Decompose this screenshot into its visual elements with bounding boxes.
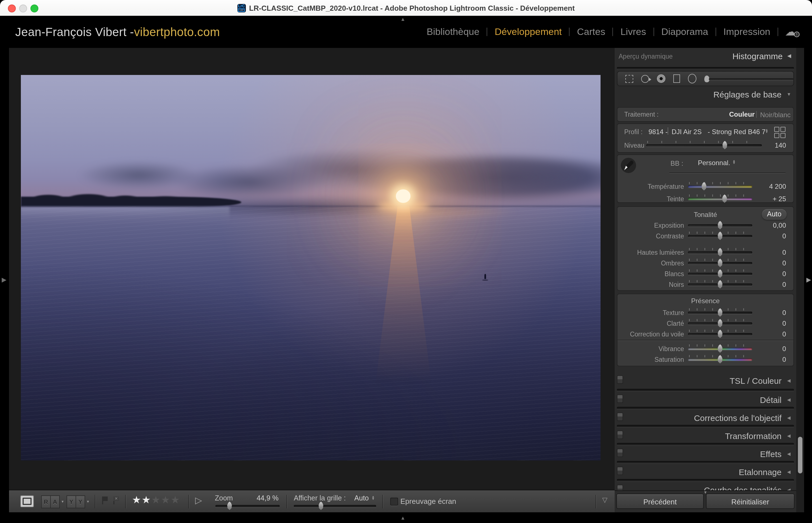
module-book[interactable]: Livres [621, 26, 646, 37]
grid-overlay-stepper-icon[interactable]: ▲▼ [372, 495, 375, 500]
right-panel-collapse-arrow[interactable]: ▶ [806, 277, 811, 282]
saturation-slider[interactable] [688, 358, 752, 361]
saturation-value[interactable]: 0 [752, 356, 792, 363]
toolbar-options-icon[interactable]: ▽ [602, 496, 607, 504]
exposure-slider[interactable] [688, 224, 752, 227]
contrast-value[interactable]: 0 [752, 232, 792, 240]
panel-header-detail[interactable]: Détail ◀ [615, 392, 796, 408]
slider-thumb[interactable] [717, 221, 723, 229]
dehaze-value[interactable]: 0 [752, 330, 792, 338]
blacks-slider[interactable] [688, 284, 752, 286]
highlights-slider[interactable] [688, 251, 752, 254]
tint-slider[interactable] [688, 198, 752, 200]
texture-value[interactable]: 0 [752, 309, 792, 317]
panel-expand-icon[interactable]: ◀ [787, 378, 791, 383]
panel-header-tone-curve[interactable]: Courbe des tonalités ◀ [615, 482, 796, 491]
white-balance-eyedropper-icon[interactable] [622, 158, 636, 173]
module-print[interactable]: Impression [723, 26, 770, 37]
auto-tone-button[interactable]: Auto [762, 209, 787, 220]
panel-expand-icon[interactable]: ◀ [787, 451, 791, 456]
left-panel-reveal-arrow[interactable]: ▶ [2, 277, 6, 282]
reset-button[interactable]: Réinitialiser [706, 494, 795, 509]
dehaze-slider[interactable] [688, 333, 752, 335]
pick-flag-icon[interactable] [102, 497, 109, 504]
vibrance-slider[interactable] [688, 348, 752, 350]
top-panel-collapse-arrow[interactable]: ▲ [400, 17, 405, 22]
exposure-value[interactable]: 0,00 [752, 221, 792, 229]
spot-removal-icon[interactable] [641, 75, 649, 83]
panel-toggle-switch[interactable] [617, 375, 623, 384]
reject-flag-icon[interactable]: ✕ [113, 497, 120, 504]
star-1[interactable]: ★ [132, 494, 141, 506]
grid-overlay-value[interactable]: Auto [346, 494, 369, 502]
wb-stepper-icon[interactable]: ▲▼ [732, 160, 736, 164]
crop-overlay-icon[interactable] [625, 75, 633, 83]
scrollbar-thumb[interactable] [798, 437, 802, 473]
radial-filter-icon[interactable] [688, 74, 696, 84]
zoom-slider-thumb[interactable] [226, 502, 233, 510]
highlights-value[interactable]: 0 [752, 249, 792, 256]
profile-number[interactable]: 9814 - [649, 128, 668, 136]
wb-value[interactable]: Personnal. [691, 159, 730, 167]
histogram-header[interactable]: Histogramme [732, 51, 783, 61]
panel-header-hsl[interactable]: TSL / Couleur ◀ [615, 373, 796, 388]
star-rating[interactable]: ★ ★ ★ ★ ★ [132, 494, 180, 506]
amount-value[interactable]: 140 [762, 142, 792, 149]
panel-expand-icon[interactable]: ◀ [787, 415, 791, 420]
tint-value[interactable]: + 25 [752, 195, 792, 203]
panel-toggle-switch[interactable] [617, 413, 623, 421]
filmstrip-reveal-arrow[interactable]: ▲ [400, 516, 405, 521]
module-slideshow[interactable]: Diaporama [661, 26, 708, 37]
star-4[interactable]: ★ [161, 494, 170, 506]
amount-slider[interactable] [646, 144, 762, 146]
clarity-slider[interactable] [688, 322, 752, 325]
adjustment-brush-icon[interactable] [704, 75, 709, 82]
temperature-slider[interactable] [688, 185, 752, 188]
zoom-slider[interactable] [215, 505, 280, 507]
panel-toggle-switch[interactable] [617, 485, 623, 491]
star-2[interactable]: ★ [142, 494, 151, 506]
profile-browser-grid-icon[interactable] [780, 127, 785, 132]
panel-scrollbar[interactable] [796, 48, 804, 512]
whites-value[interactable]: 0 [752, 270, 792, 278]
blacks-value[interactable]: 0 [752, 281, 792, 289]
contrast-slider[interactable] [688, 235, 752, 237]
clarity-value[interactable]: 0 [752, 320, 792, 327]
profile-camera[interactable]: DJI Air 2S [672, 128, 702, 136]
texture-slider[interactable] [688, 312, 752, 314]
shadows-slider[interactable] [688, 262, 752, 264]
loupe-view-button[interactable] [20, 495, 34, 507]
panel-expand-icon[interactable]: ◀ [787, 397, 791, 402]
profile-browser-grid-icon[interactable] [774, 133, 779, 138]
profile-browser-grid-icon[interactable] [774, 127, 779, 132]
compare-dropdown-icon[interactable]: ▼ [61, 500, 64, 503]
grid-size-slider[interactable] [294, 505, 376, 507]
star-3[interactable]: ★ [152, 494, 160, 506]
grid-slider-thumb[interactable] [318, 502, 324, 510]
basic-panel-header[interactable]: Réglages de base ▼ [615, 90, 796, 104]
panel-toggle-switch[interactable] [617, 467, 623, 475]
star-5[interactable]: ★ [171, 494, 180, 506]
soft-proof-checkbox[interactable] [390, 498, 398, 506]
panel-expand-icon[interactable]: ◀ [787, 433, 791, 438]
module-map[interactable]: Cartes [577, 26, 605, 37]
vibrance-value[interactable]: 0 [752, 345, 792, 353]
play-slideshow-icon[interactable]: ▷ [195, 495, 202, 506]
survey-dropdown-icon[interactable]: ▼ [86, 500, 90, 503]
profile-name[interactable]: - Strong Red B46 7 [708, 128, 765, 136]
treatment-color-option[interactable]: Couleur [729, 110, 755, 118]
photo-canvas[interactable] [21, 75, 601, 461]
red-eye-icon[interactable] [657, 74, 665, 83]
compare-view-button[interactable]: R A [41, 495, 59, 508]
module-develop[interactable]: Développement [495, 26, 562, 37]
panel-header-effects[interactable]: Effets ◀ [615, 446, 796, 462]
temperature-value[interactable]: 4 200 [752, 183, 792, 191]
graduated-filter-icon[interactable] [673, 74, 680, 83]
panel-toggle-switch[interactable] [617, 395, 623, 403]
shadows-value[interactable]: 0 [752, 259, 792, 267]
module-library[interactable]: Bibliothèque [427, 26, 479, 37]
whites-slider[interactable] [688, 273, 752, 275]
panel-header-calibration[interactable]: Etalonnage ◀ [615, 464, 796, 480]
panel-toggle-switch[interactable] [617, 449, 623, 457]
cloud-sync-icon[interactable]: ☁! [785, 25, 798, 38]
